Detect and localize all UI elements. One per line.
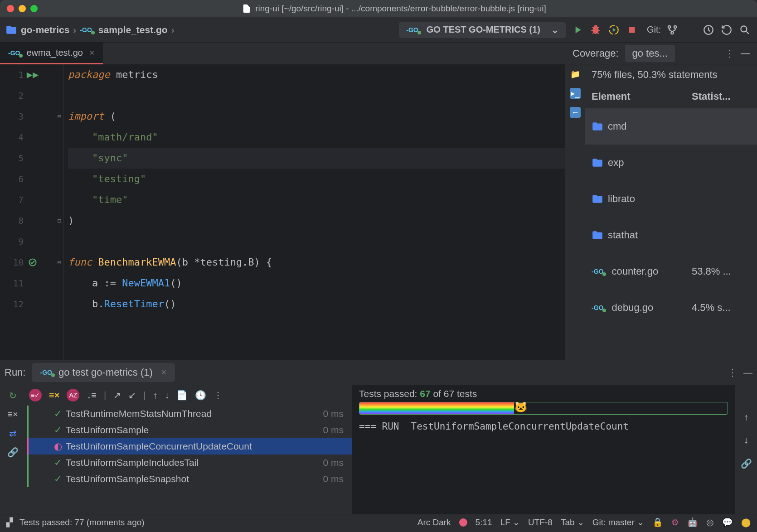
git-history-button[interactable] — [702, 23, 715, 37]
git-rollback-button[interactable] — [720, 23, 733, 37]
fold-end-icon[interactable]: ⊟ — [58, 210, 61, 231]
coverage-suite-selector[interactable]: go tes... — [625, 45, 675, 62]
chevron-right-icon: › — [171, 24, 175, 35]
breadcrumb[interactable]: go-metrics › -GO sample_test.go › — [5, 24, 175, 36]
svg-point-3 — [674, 25, 676, 28]
run-gutter-icon[interactable]: ▶▶ — [24, 64, 42, 85]
sort-alphabetically-button[interactable]: AZ — [67, 389, 79, 401]
test-result-row[interactable]: ✓ TestRuntimeMemStatsNumThread 0 ms — [29, 406, 352, 422]
chevron-down-icon: ⌄ — [551, 24, 559, 35]
test-pass-icon: ✓ — [54, 474, 62, 484]
color-scheme-status[interactable]: Arc Dark — [417, 517, 451, 527]
run-panel-tab[interactable]: -GO go test go-metrics (1) × — [32, 363, 175, 382]
svg-point-4 — [671, 31, 673, 34]
search-button[interactable] — [738, 23, 752, 37]
more-menu-button[interactable]: ⋮ — [728, 367, 737, 378]
window-title-bar: ring-ui [~/go/src/ring-ui] - .../compone… — [0, 0, 757, 17]
git-push-button[interactable] — [684, 23, 697, 37]
nyan-cat-icon: 🐱 — [514, 402, 528, 413]
collapse-all-button[interactable]: ↙ — [128, 390, 136, 401]
test-progress-bar: 🐱 — [359, 402, 728, 415]
link-button[interactable]: 🔗 — [7, 447, 19, 458]
coverage-table-header[interactable]: Element Statist... — [585, 85, 757, 108]
link-button[interactable]: 🔗 — [741, 458, 752, 469]
scroll-down-button[interactable]: ↓ — [744, 435, 748, 445]
test-console-output[interactable]: Tests passed: 67 of 67 tests 🐱 === RUN T… — [352, 385, 735, 514]
compare-button[interactable]: ⇄ — [9, 428, 17, 439]
show-ignored-toggle[interactable]: ≡× — [49, 390, 59, 401]
run-configuration-selector[interactable]: -GO GO TEST GO-METRICS (1) ⌄ — [399, 22, 566, 38]
go-run-icon: -GO — [40, 369, 52, 376]
previous-test-button[interactable]: ↑ — [153, 390, 157, 401]
git-branch-status[interactable]: Git: master ⌄ — [592, 517, 644, 527]
test-result-row[interactable]: ✓ TestUniformSampleSnapshot 0 ms — [29, 471, 352, 487]
go-file-icon: -GO — [8, 49, 20, 57]
feedback-icon[interactable]: 💬 — [722, 517, 733, 527]
stop-button[interactable] — [625, 23, 639, 37]
rerun-button[interactable]: ↻ — [9, 390, 17, 401]
scroll-up-button[interactable]: ↑ — [744, 412, 748, 422]
git-label: Git: — [647, 24, 661, 35]
export-button[interactable]: 📄 — [176, 390, 188, 401]
coverage-row[interactable]: cmd — [585, 108, 757, 145]
inspection-icon[interactable]: ◎ — [706, 517, 714, 527]
test-pass-icon: ✓ — [54, 425, 62, 435]
status-message: Tests passed: 77 (moments ago) — [19, 517, 145, 527]
test-history-button[interactable]: 🕓 — [195, 390, 206, 401]
test-result-row[interactable]: ✓ TestUniformSample 0 ms — [29, 422, 352, 438]
coverage-row[interactable]: -GO counter.go 53.8% ... — [585, 253, 757, 290]
window-title: ring-ui [~/go/src/ring-ui] - .../compone… — [255, 4, 546, 14]
svg-point-6 — [741, 26, 747, 32]
svg-point-2 — [668, 25, 670, 28]
toggle-tree-button[interactable]: ≡× — [7, 409, 18, 420]
coverage-row[interactable]: stathat — [585, 217, 757, 253]
folder-icon — [592, 157, 603, 169]
maximize-window-button[interactable] — [30, 5, 38, 12]
hide-button[interactable]: — — [743, 368, 752, 378]
expand-all-button[interactable]: ↗ — [113, 390, 121, 401]
close-tab-button[interactable]: × — [161, 367, 167, 378]
robot-icon[interactable]: 🤖 — [687, 517, 698, 527]
coverage-row[interactable]: librato — [585, 181, 757, 217]
go-run-icon: -GO — [406, 26, 418, 34]
close-tab-button[interactable]: × — [89, 48, 95, 58]
test-pass-icon: ✓ — [54, 457, 62, 468]
fold-icon[interactable]: ⊟ — [58, 252, 61, 273]
folder-up-icon[interactable]: 📁 — [570, 69, 581, 80]
test-result-row[interactable]: ✓ TestUniformSampleIncludesTail 0 ms — [29, 455, 352, 471]
svg-rect-1 — [629, 27, 635, 33]
debug-button[interactable] — [589, 23, 602, 37]
scheme-color-indicator — [459, 518, 467, 527]
git-branch-button[interactable] — [665, 23, 679, 37]
test-gutter-icon[interactable] — [24, 258, 42, 267]
show-passed-toggle[interactable]: ≡✓ — [29, 389, 42, 401]
next-test-button[interactable]: ↓ — [165, 390, 169, 401]
settings-gear-icon[interactable]: ⚙ — [671, 517, 679, 527]
more-options-button[interactable]: ⋮ — [214, 390, 223, 401]
minimize-window-button[interactable] — [19, 5, 26, 12]
console-icon[interactable]: ▸_ — [570, 88, 581, 99]
encoding-status[interactable]: UTF-8 — [528, 517, 553, 527]
file-icon — [242, 4, 252, 14]
line-separator-status[interactable]: LF ⌄ — [500, 517, 520, 527]
run-button[interactable] — [571, 23, 584, 37]
coverage-row[interactable]: exp — [585, 145, 757, 181]
editor-gutter[interactable]: 1▶▶ 2 3⊟ 4 5 6 7 8⊟ 9 10⊟ 11 12 — [0, 64, 63, 360]
indent-status[interactable]: Tab ⌄ — [561, 517, 584, 527]
more-menu-button[interactable]: ⋮ — [725, 48, 734, 59]
hide-button[interactable]: — — [741, 48, 750, 58]
lock-icon[interactable]: 🔒 — [652, 517, 663, 527]
memory-indicator-icon[interactable]: ⬤ — [741, 517, 751, 527]
sort-by-duration-button[interactable]: ↓≡ — [87, 390, 97, 401]
coverage-row[interactable]: -GO debug.go 4.5% s... — [585, 290, 757, 326]
chevron-right-icon: › — [73, 24, 76, 35]
code-editor[interactable]: 1▶▶ 2 3⊟ 4 5 6 7 8⊟ 9 10⊟ 11 12 package … — [0, 64, 565, 360]
editor-tab[interactable]: -GO ewma_test.go × — [0, 43, 103, 64]
fold-icon[interactable]: ⊟ — [58, 106, 61, 127]
cursor-position-status[interactable]: 5:11 — [476, 517, 492, 527]
test-result-row[interactable]: ◐ TestUniformSampleConcurrentUpdateCount — [27, 438, 352, 455]
hide-tool-windows-button[interactable]: ▞ — [6, 517, 13, 527]
run-with-coverage-button[interactable] — [607, 23, 621, 37]
back-icon[interactable]: ← — [570, 107, 581, 118]
close-window-button[interactable] — [7, 5, 14, 12]
